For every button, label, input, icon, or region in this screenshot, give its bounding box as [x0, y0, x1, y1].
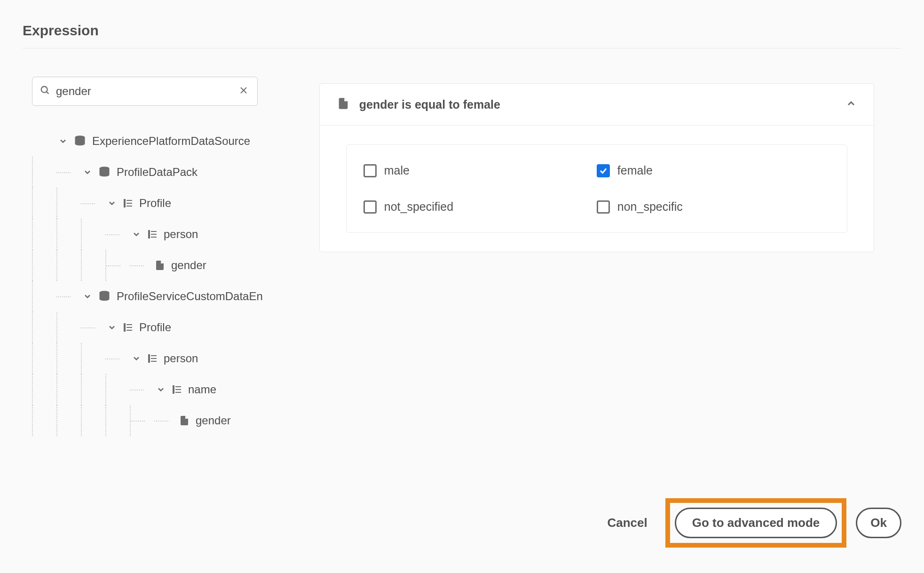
search-input[interactable]: [56, 85, 237, 98]
tree-label: person: [164, 352, 198, 365]
database-icon: [98, 290, 111, 303]
panel-title: gender is equal to female: [359, 98, 845, 111]
svg-rect-10: [148, 230, 150, 239]
checkbox-icon: [363, 164, 377, 177]
option-non-specific[interactable]: non_specific: [597, 200, 830, 214]
checkbox-icon: [363, 200, 377, 214]
right-column: gender is equal to female male: [319, 77, 874, 252]
chevron-up-icon[interactable]: [845, 98, 857, 111]
svg-rect-18: [126, 330, 132, 331]
schema-icon: [122, 322, 134, 333]
schema-icon: [122, 198, 134, 209]
tree-node[interactable]: name: [32, 374, 263, 405]
svg-rect-22: [151, 361, 157, 362]
tree-node[interactable]: person: [32, 343, 263, 374]
database-icon: [98, 166, 111, 179]
search-box[interactable]: [32, 77, 258, 106]
tree-label: ProfileServiceCustomDataEn: [117, 290, 263, 303]
file-icon: [154, 260, 166, 271]
search-icon: [40, 85, 50, 97]
tree-leaf[interactable]: gender: [32, 250, 263, 281]
option-label: non_specific: [617, 200, 683, 214]
svg-rect-24: [175, 386, 181, 387]
tree-label: person: [164, 228, 198, 241]
tree-label: ProfileDataPack: [117, 166, 197, 179]
svg-rect-6: [124, 199, 126, 207]
tree-label: Profile: [139, 197, 171, 210]
svg-rect-21: [151, 358, 157, 359]
svg-rect-19: [148, 354, 150, 363]
schema-icon: [147, 353, 158, 364]
tree-node[interactable]: Profile: [32, 312, 263, 343]
svg-rect-17: [126, 327, 132, 328]
chevron-down-icon: [130, 230, 143, 239]
option-female[interactable]: female: [597, 164, 830, 177]
tree-label: ExperiencePlatformDataSource: [92, 135, 250, 148]
option-label: not_specified: [384, 200, 453, 214]
svg-rect-8: [126, 203, 132, 204]
svg-rect-7: [126, 200, 132, 201]
panel-header[interactable]: gender is equal to female: [320, 84, 874, 126]
schema-icon: [171, 384, 182, 395]
schema-icon: [147, 229, 158, 240]
tree-label: Profile: [139, 321, 171, 334]
divider: [23, 48, 901, 48]
tree-leaf[interactable]: gender: [32, 405, 263, 436]
options-box: male female not_specified: [346, 144, 847, 233]
left-column: ExperiencePlatformDataSource ProfileData…: [23, 77, 263, 436]
cancel-button[interactable]: Cancel: [599, 511, 655, 535]
file-icon: [337, 97, 350, 112]
chevron-down-icon: [105, 323, 118, 332]
svg-rect-12: [151, 234, 157, 235]
svg-rect-25: [175, 389, 181, 390]
database-icon: [73, 135, 87, 148]
chevron-down-icon: [130, 354, 143, 363]
chevron-down-icon: [56, 136, 70, 146]
svg-point-0: [41, 87, 47, 93]
footer: Cancel Go to advanced mode Ok: [599, 501, 901, 545]
svg-rect-26: [175, 392, 181, 393]
option-label: male: [384, 164, 410, 177]
advanced-mode-button[interactable]: Go to advanced mode: [675, 508, 837, 538]
chevron-down-icon: [105, 199, 118, 208]
svg-rect-20: [151, 355, 157, 356]
chevron-down-icon: [81, 167, 94, 177]
condition-panel: gender is equal to female male: [319, 83, 874, 252]
svg-rect-9: [126, 206, 132, 207]
panel-body: male female not_specified: [320, 126, 874, 252]
tree-node[interactable]: Profile: [32, 188, 263, 219]
svg-line-1: [47, 92, 49, 94]
chevron-down-icon: [81, 292, 94, 301]
option-male[interactable]: male: [363, 164, 597, 177]
page-title: Expression: [23, 23, 901, 39]
ok-button[interactable]: Ok: [856, 508, 901, 538]
main-area: ExperiencePlatformDataSource ProfileData…: [23, 77, 901, 436]
tree-node[interactable]: ProfileServiceCustomDataEn: [32, 281, 263, 312]
chevron-down-icon: [154, 385, 167, 394]
tree: ExperiencePlatformDataSource ProfileData…: [32, 126, 263, 436]
svg-rect-13: [151, 237, 157, 238]
clear-search-icon[interactable]: [237, 83, 250, 99]
option-label: female: [617, 164, 653, 177]
tree-label: name: [188, 383, 216, 396]
svg-rect-16: [126, 324, 132, 325]
svg-rect-15: [124, 323, 126, 332]
option-not-specified[interactable]: not_specified: [363, 200, 597, 214]
svg-rect-23: [173, 385, 174, 394]
tree-node[interactable]: person: [32, 219, 263, 250]
tree-label: gender: [171, 259, 206, 272]
checkbox-checked-icon: [597, 164, 610, 177]
checkbox-icon: [597, 200, 610, 214]
tree-node[interactable]: ProfileDataPack: [32, 157, 263, 188]
tree-node-root[interactable]: ExperiencePlatformDataSource: [32, 126, 263, 157]
file-icon: [179, 415, 190, 426]
tree-label: gender: [196, 414, 231, 427]
search-wrap: [32, 77, 258, 106]
svg-rect-11: [151, 231, 157, 232]
